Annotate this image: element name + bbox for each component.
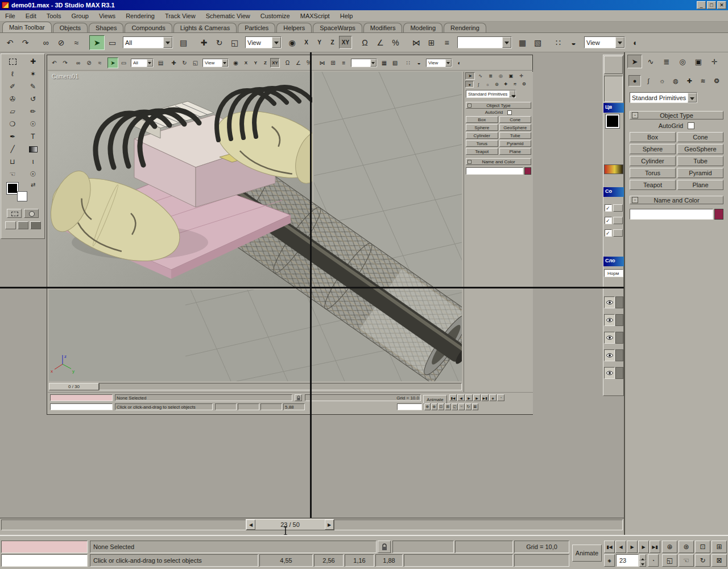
select-and-scale-icon[interactable]: ◱ xyxy=(227,35,242,50)
category-geometry[interactable]: ● xyxy=(628,75,641,86)
mirror-icon[interactable]: ⋈ xyxy=(408,35,424,50)
panel-tab-modify[interactable]: ∿ xyxy=(475,72,485,80)
panel-tab-utilities[interactable]: ✛ xyxy=(516,72,526,80)
selection-lock-toggle[interactable] xyxy=(378,541,391,553)
screen-mode-button[interactable] xyxy=(30,221,41,229)
chevron-down-icon[interactable] xyxy=(445,59,452,67)
select-and-rotate-icon[interactable]: ↻ xyxy=(212,35,227,50)
array-icon[interactable]: ⊞ xyxy=(328,57,338,68)
arc-rotate-icon[interactable]: ↻ xyxy=(695,554,710,567)
eraser-tool-icon[interactable]: ▱ xyxy=(2,105,23,118)
color-swatch[interactable] xyxy=(606,114,619,128)
collapse-icon[interactable]: - xyxy=(468,160,471,164)
checkbox[interactable]: ✓ xyxy=(605,217,612,224)
primitive-box-button[interactable]: Box xyxy=(630,132,676,142)
redo-icon[interactable]: ↷ xyxy=(18,35,33,50)
menu-item[interactable]: Schematic View xyxy=(201,11,255,20)
go-to-end-button[interactable]: ▶▮ xyxy=(650,541,660,553)
coordinate-system-dropdown[interactable]: View xyxy=(245,36,282,48)
layer-thumbnail[interactable] xyxy=(615,349,623,361)
primitive-box-button[interactable]: Box xyxy=(466,116,498,123)
category-spacewarps[interactable]: ≋ xyxy=(697,75,709,86)
tab-lights-cameras[interactable]: Lights & Cameras xyxy=(173,23,237,32)
time-config-button[interactable]: ◔ xyxy=(648,554,659,567)
zoom-icon[interactable]: ⊕ xyxy=(662,541,677,553)
tab-shapes[interactable]: Shapes xyxy=(89,23,123,32)
play-button[interactable]: ▶ xyxy=(627,541,638,553)
quick-render-icon[interactable]: ◐ xyxy=(454,57,465,68)
measure-tool-icon[interactable]: ╱ xyxy=(2,143,23,155)
panel-tab-motion[interactable]: ◎ xyxy=(496,72,506,80)
select-and-link-icon[interactable]: ∞ xyxy=(73,57,84,68)
align-icon[interactable]: ≡ xyxy=(338,57,349,68)
clone-stamp-tool-icon[interactable]: ✇ xyxy=(2,93,23,105)
axis-x-constraint-button[interactable]: X xyxy=(241,58,251,68)
autogrid-checkbox[interactable] xyxy=(507,110,512,115)
previous-frame-button[interactable]: ◀ xyxy=(457,394,465,401)
category-helpers[interactable]: ✚ xyxy=(683,75,696,86)
tab-main-toolbar[interactable]: Main Toolbar xyxy=(2,22,52,32)
current-frame-field[interactable]: 23 xyxy=(616,554,639,567)
tab-modeling[interactable]: Modeling xyxy=(403,23,442,32)
chevron-down-icon[interactable] xyxy=(502,37,511,48)
checkbox[interactable]: ✓ xyxy=(605,229,612,237)
background-color-swatch[interactable] xyxy=(17,191,27,201)
maxscript-mini-listener[interactable] xyxy=(50,394,113,401)
select-object-icon[interactable]: ➤ xyxy=(107,57,118,68)
selection-filter-dropdown[interactable]: All xyxy=(123,36,173,48)
tab-rendering[interactable]: Rendering xyxy=(444,23,486,32)
tab-compounds[interactable]: Compounds xyxy=(125,23,172,32)
primitive-cone-button[interactable]: Cone xyxy=(677,132,723,142)
gradient-tool-icon[interactable] xyxy=(23,143,43,155)
palette-button[interactable] xyxy=(613,229,623,237)
move-tool-icon[interactable]: ✚ xyxy=(23,55,43,68)
previous-frame-button[interactable]: ◀ xyxy=(615,541,626,553)
collapse-icon[interactable]: - xyxy=(632,197,638,203)
category-helpers[interactable]: ✚ xyxy=(502,81,510,88)
axis-y-constraint-button[interactable]: Y xyxy=(313,36,326,49)
axis-x-constraint-button[interactable]: X xyxy=(300,36,313,49)
zoom-extents-all-icon[interactable]: ⊞ xyxy=(445,403,451,410)
autogrid-checkbox[interactable] xyxy=(688,122,694,129)
zoom-extents-all-icon[interactable]: ⊞ xyxy=(712,541,727,553)
select-and-move-icon[interactable]: ✚ xyxy=(168,57,179,68)
minimize-button[interactable]: _ xyxy=(697,1,706,9)
select-and-rotate-icon[interactable]: ↻ xyxy=(179,57,190,68)
tab-helpers[interactable]: Helpers xyxy=(276,23,312,32)
render-scene-icon[interactable]: ◒ xyxy=(413,57,424,68)
primitive-sphere-button[interactable]: Sphere xyxy=(630,144,676,154)
undo-icon[interactable]: ↶ xyxy=(2,35,18,50)
foreground-color-swatch[interactable] xyxy=(7,183,18,194)
key-mode-toggle[interactable]: ◈ xyxy=(604,554,615,567)
render-type-dropdown[interactable]: View xyxy=(426,59,452,67)
primitive-geosphere-button[interactable]: GeoSphere xyxy=(499,124,532,131)
panel-tab-motion[interactable]: ◎ xyxy=(675,55,690,68)
menu-item[interactable]: MAXScript xyxy=(295,11,335,20)
standard-mode-button[interactable] xyxy=(7,209,22,218)
primitive-torus-button[interactable]: Torus xyxy=(466,140,498,147)
next-frame-button[interactable]: ▶ xyxy=(473,394,481,401)
object-color-swatch[interactable] xyxy=(714,209,723,220)
layers-palette-title[interactable]: Сло xyxy=(603,257,624,266)
primitive-tube-button[interactable]: Tube xyxy=(677,156,723,166)
render-type-dropdown[interactable]: View xyxy=(584,36,625,48)
blend-mode-dropdown[interactable]: Норм xyxy=(604,269,623,277)
angle-snap-icon[interactable]: ∠ xyxy=(293,57,304,68)
material-editor-icon[interactable]: ∷ xyxy=(551,35,566,50)
chevron-down-icon[interactable] xyxy=(163,37,172,48)
maxscript-listener-line[interactable] xyxy=(50,403,113,410)
category-cameras[interactable]: ◍ xyxy=(493,81,501,88)
tab-modifiers[interactable]: Modifiers xyxy=(363,23,403,32)
primitive-geosphere-button[interactable]: GeoSphere xyxy=(677,144,723,154)
time-config-button[interactable]: ◔ xyxy=(497,394,504,401)
eyedropper-tool-icon[interactable]: ι xyxy=(23,155,43,168)
tab-spacewarps[interactable]: SpaceWarps xyxy=(313,23,362,32)
min-max-toggle-icon[interactable]: ⊠ xyxy=(472,403,478,410)
primitive-teapot-button[interactable]: Teapot xyxy=(466,148,498,155)
undo-icon[interactable]: ↶ xyxy=(49,57,60,68)
chevron-down-icon[interactable] xyxy=(272,37,281,48)
bind-to-spacewarp-icon[interactable]: ≈ xyxy=(69,35,84,50)
primitive-plane-button[interactable]: Plane xyxy=(499,148,532,155)
time-slider-track[interactable] xyxy=(99,383,462,390)
palette-button[interactable] xyxy=(613,217,623,224)
